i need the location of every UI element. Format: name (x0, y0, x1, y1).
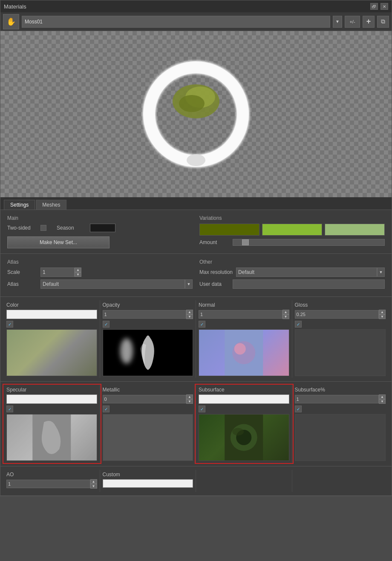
opacity-thumb-svg (103, 330, 193, 376)
channel-subsurface-pct-value-row: ▲ ▼ (295, 394, 386, 404)
atlas-label: Atlas (7, 281, 37, 287)
channel-metallic-down[interactable]: ▼ (186, 399, 193, 404)
channel-subsurface-pct-checkbox[interactable] (295, 406, 302, 412)
channel-custom: Custom (100, 470, 196, 492)
channel-color-checkbox[interactable] (6, 321, 13, 328)
channel-normal-title: Normal (199, 302, 289, 308)
material-dropdown-button[interactable]: ▼ (333, 16, 342, 28)
channel-subsurface-input[interactable] (199, 394, 289, 404)
atlas-select[interactable] (40, 279, 185, 289)
scale-input[interactable] (40, 268, 75, 277)
channel-gloss-input[interactable] (295, 310, 379, 319)
channel-opacity-down[interactable]: ▼ (186, 314, 193, 319)
variations-swatches (199, 224, 385, 236)
channel-ao-up[interactable]: ▲ (90, 479, 97, 484)
variation-swatch-2[interactable] (262, 224, 322, 236)
channel-gloss-down[interactable]: ▼ (379, 314, 386, 319)
channel-opacity-input[interactable] (103, 310, 187, 319)
toolbar: ✋ ▼ +/- + ⧉ (0, 12, 392, 31)
channel-subsurface: Subsurface (196, 385, 292, 463)
two-sided-checkbox[interactable] (40, 225, 46, 231)
channel-metallic-checkbox[interactable] (103, 406, 110, 412)
channel-specular-thumbnail[interactable] (6, 414, 97, 461)
channel-gloss-title: Gloss (295, 302, 386, 308)
svg-point-5 (179, 95, 205, 112)
two-sided-row: Two-sided Season (7, 224, 193, 232)
channel-normal-checkbox[interactable] (199, 321, 205, 328)
channel-normal-thumbnail[interactable] (199, 329, 289, 376)
other-col: Other Max resolution ▼ User data (196, 257, 388, 293)
channel-ao-down[interactable]: ▼ (90, 484, 97, 489)
channel-normal-down[interactable]: ▼ (282, 314, 289, 319)
add-material-button[interactable]: + (363, 16, 375, 28)
channel-metallic-input[interactable] (103, 395, 187, 403)
channel-gloss-up[interactable]: ▲ (379, 310, 386, 314)
title-bar-left: Materials (4, 3, 26, 10)
channel-subsurface-pct-check-row (295, 406, 386, 412)
max-resolution-select[interactable] (236, 268, 377, 277)
copy-material-button[interactable]: ⧉ (377, 16, 389, 28)
channel-opacity: Opacity ▲ ▼ (100, 300, 196, 378)
channel-custom-title: Custom (103, 472, 193, 478)
close-button[interactable]: ✕ (380, 3, 388, 10)
channels-row-3: AO ▲ ▼ Custom (0, 466, 392, 496)
channel-metallic-thumbnail[interactable] (103, 414, 193, 461)
channel-normal: Normal ▲ ▼ (196, 300, 292, 378)
atlas-dropdown-arrow[interactable]: ▼ (185, 279, 193, 289)
amount-row: Amount (199, 239, 385, 246)
variation-swatch-3[interactable] (325, 224, 385, 236)
channel-metallic-up[interactable]: ▲ (186, 394, 193, 399)
channel-opacity-thumbnail[interactable] (103, 329, 193, 376)
atlas-other-section: Atlas Scale ▲ ▼ Atlas ▼ (0, 254, 392, 297)
channel-ao-title: AO (6, 472, 97, 478)
channel-gloss-checkbox[interactable] (295, 321, 302, 328)
atlas-col: Atlas Scale ▲ ▼ Atlas ▼ (4, 257, 196, 293)
season-color-swatch[interactable] (90, 224, 115, 232)
preview-area (0, 31, 392, 197)
channel-gloss-thumbnail[interactable] (295, 329, 386, 376)
channel-gloss-check-row (295, 321, 386, 328)
channel-subsurface-pct-input[interactable] (295, 395, 379, 403)
title-bar: Materials 🗗 ✕ (0, 0, 392, 12)
channel-specular-check-row (6, 406, 97, 412)
channel-opacity-checkbox[interactable] (103, 321, 110, 328)
channel-color-input[interactable] (6, 310, 97, 319)
channel-subsurface-pct-down[interactable]: ▼ (379, 399, 386, 404)
channel-specular-checkbox[interactable] (6, 406, 13, 412)
hand-icon: ✋ (6, 17, 16, 26)
channel-specular-input[interactable] (6, 394, 97, 404)
channel-color-thumbnail[interactable] (6, 329, 97, 376)
plus-minus-button[interactable]: +/- (345, 16, 360, 28)
channel-subsurface-thumbnail[interactable] (199, 414, 289, 461)
preview-svg (141, 55, 251, 174)
channel-ao-arrows: ▲ ▼ (90, 479, 97, 489)
scale-up-arrow[interactable]: ▲ (75, 268, 81, 272)
amount-label: Amount (199, 239, 229, 245)
channel-opacity-up[interactable]: ▲ (186, 310, 193, 314)
channel-subsurface-checkbox[interactable] (199, 406, 205, 412)
channel-normal-input[interactable] (199, 310, 282, 319)
channel-subsurface-pct-thumbnail[interactable] (295, 414, 386, 461)
channel-custom-input[interactable] (103, 479, 193, 488)
channel-color: Color (4, 300, 100, 378)
channel-metallic: Metallic ▲ ▼ (100, 385, 196, 463)
two-sided-label: Two-sided (7, 225, 37, 231)
make-new-set-button[interactable]: Make New Set... (7, 236, 110, 248)
material-name-input[interactable] (22, 16, 330, 28)
hand-tool-button[interactable]: ✋ (3, 14, 19, 29)
material-preview-3d (136, 55, 256, 174)
channel-subsurface-pct-up[interactable]: ▲ (379, 394, 386, 399)
variation-swatch-1[interactable] (199, 224, 259, 236)
max-resolution-dropdown-arrow[interactable]: ▼ (377, 268, 385, 277)
channel-ao-input[interactable] (6, 480, 90, 488)
user-data-input[interactable] (233, 279, 385, 289)
scale-down-arrow[interactable]: ▼ (75, 272, 81, 277)
tab-meshes[interactable]: Meshes (36, 200, 66, 210)
restore-button[interactable]: 🗗 (370, 3, 378, 10)
channel-normal-up[interactable]: ▲ (282, 310, 289, 314)
amount-slider[interactable] (233, 239, 385, 246)
tab-settings[interactable]: Settings (4, 200, 35, 210)
season-label: Season (57, 225, 86, 231)
channel-metallic-value-row: ▲ ▼ (103, 394, 193, 404)
settings-area: Settings Meshes Main Two-sided Season Ma… (0, 197, 392, 496)
